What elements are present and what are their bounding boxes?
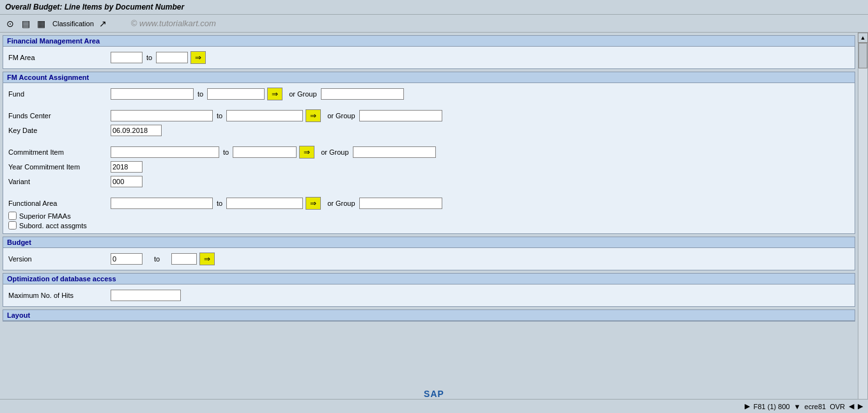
status-info: F81 (1) 800 xyxy=(754,403,790,410)
grid-icon[interactable]: ▤ xyxy=(19,17,32,30)
commitment-item-label: Commitment Item xyxy=(8,148,111,156)
financial-management-area-header: Financial Management Area xyxy=(3,36,855,47)
commitment-item-or-group-label: or Group xyxy=(321,148,348,156)
functional-area-to-input[interactable] xyxy=(226,198,303,209)
budget-header: Budget xyxy=(3,237,855,248)
nav-left-icon[interactable]: ◀ xyxy=(849,402,854,410)
fm-account-assignment-header: FM Account Assignment xyxy=(3,72,855,83)
year-commitment-input[interactable] xyxy=(111,161,143,173)
version-label: Version xyxy=(8,255,111,263)
status-bar: ▶ F81 (1) 800 ▼ ecre81 OVR ◀ ▶ xyxy=(0,399,868,413)
classification-icon[interactable]: ↗ xyxy=(97,17,109,30)
watermark: © www.tutorialkart.com xyxy=(131,19,216,28)
superior-fmaas-checkbox[interactable] xyxy=(8,212,17,220)
status-mode: OVR xyxy=(830,403,845,410)
funds-center-to-input[interactable] xyxy=(226,110,303,121)
fund-group-input[interactable] xyxy=(321,88,404,100)
fund-label: Fund xyxy=(8,90,111,98)
key-date-label: Key Date xyxy=(8,127,111,134)
max-hits-label: Maximum No. of Hits xyxy=(8,292,111,299)
max-hits-input[interactable] xyxy=(111,290,181,301)
layout-section: Layout xyxy=(3,309,855,322)
scroll-up-btn[interactable]: ▲ xyxy=(858,33,868,43)
version-input[interactable] xyxy=(111,253,143,265)
fund-to-input[interactable] xyxy=(207,88,265,100)
functional-area-input[interactable] xyxy=(111,198,213,209)
functional-area-group-input[interactable] xyxy=(359,198,442,209)
financial-management-area-section: Financial Management Area FM Area to ⇒ xyxy=(3,35,855,69)
funds-center-label: Funds Center xyxy=(8,112,111,120)
budget-section: Budget Version to ⇒ xyxy=(3,237,855,270)
status-user: ecre81 xyxy=(805,403,826,410)
back-icon[interactable]: ⊙ xyxy=(4,17,17,30)
fund-or-group-label: or Group xyxy=(289,90,316,98)
scrollbar[interactable]: ▲ ▼ xyxy=(858,33,868,410)
classification-label[interactable]: Classification xyxy=(52,20,94,27)
commitment-item-to-input[interactable] xyxy=(233,146,297,158)
commitment-item-arrow-btn[interactable]: ⇒ xyxy=(299,146,314,159)
toolbar: ⊙ ▤ ▦ Classification ↗ © www.tutorialkar… xyxy=(0,15,868,33)
version-arrow-btn[interactable]: ⇒ xyxy=(199,253,215,265)
separator1: ▼ xyxy=(794,403,801,410)
functional-area-arrow-btn[interactable]: ⇒ xyxy=(306,197,321,210)
subord-acct-label: Subord. acct assgmts xyxy=(19,222,87,230)
fm-account-assignment-section: FM Account Assignment Fund to ⇒ or Group… xyxy=(3,72,855,234)
page-title: Overall Budget: Line Items by Document N… xyxy=(5,3,184,12)
funds-center-arrow-btn[interactable]: ⇒ xyxy=(306,109,321,122)
functional-area-or-group-label: or Group xyxy=(327,199,355,207)
run-icon[interactable]: ▶ xyxy=(745,402,750,410)
nav-right-icon[interactable]: ▶ xyxy=(858,402,863,410)
title-bar: Overall Budget: Line Items by Document N… xyxy=(0,0,868,15)
superior-fmaas-label: Superior FMAAs xyxy=(19,212,71,220)
info-icon[interactable]: ▦ xyxy=(35,17,47,30)
layout-header: Layout xyxy=(3,310,855,321)
variant-input[interactable] xyxy=(111,176,143,187)
year-commitment-label: Year Commitment Item xyxy=(8,163,111,171)
fm-area-arrow-btn[interactable]: ⇒ xyxy=(190,51,206,64)
subord-acct-checkbox[interactable] xyxy=(8,221,17,230)
commitment-item-input[interactable] xyxy=(111,146,219,158)
funds-center-or-group-label: or Group xyxy=(327,112,355,120)
funds-center-input[interactable] xyxy=(111,110,213,121)
fund-input[interactable] xyxy=(111,88,194,100)
optimization-section: Optimization of database access Maximum … xyxy=(3,273,855,307)
funds-center-group-input[interactable] xyxy=(359,110,442,121)
key-date-input[interactable] xyxy=(111,125,162,136)
optimization-header: Optimization of database access xyxy=(3,274,855,284)
fm-area-label: FM Area xyxy=(8,54,111,61)
commitment-item-group-input[interactable] xyxy=(353,146,436,158)
functional-area-label: Functional Area xyxy=(8,199,111,207)
variant-label: Variant xyxy=(8,178,111,185)
fund-arrow-btn[interactable]: ⇒ xyxy=(267,88,283,100)
version-to-input[interactable] xyxy=(171,253,197,265)
fm-area-input[interactable] xyxy=(111,52,143,63)
fm-area-to-input[interactable] xyxy=(156,52,188,63)
